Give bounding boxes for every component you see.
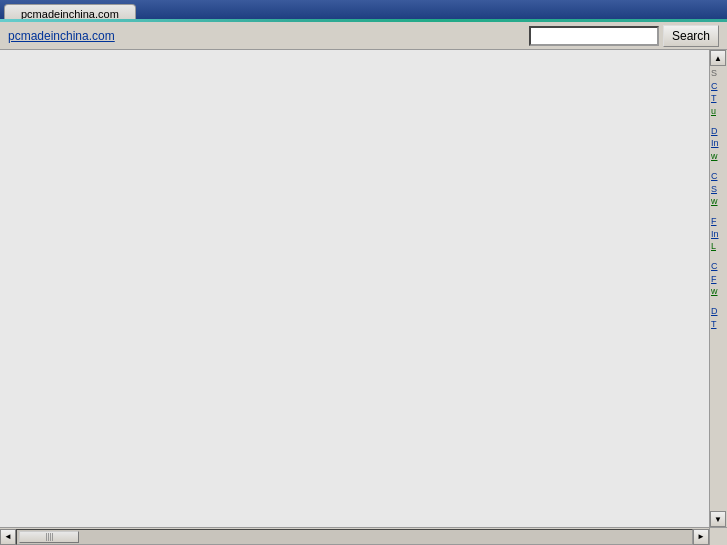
scrollbar-thumb[interactable] xyxy=(19,531,79,543)
scroll-left-button[interactable]: ◄ xyxy=(0,529,16,545)
site-url-label[interactable]: pcmadeinchina.com xyxy=(8,29,115,43)
tab-stripe xyxy=(0,19,727,22)
sidebar-link[interactable]: L xyxy=(711,241,726,253)
sidebar-link[interactable]: w xyxy=(711,286,726,298)
sidebar-section-2: D In w xyxy=(711,126,726,163)
scroll-up-button[interactable]: ▲ xyxy=(710,50,726,66)
sidebar-link[interactable]: F xyxy=(711,274,726,286)
sidebar-link[interactable]: u xyxy=(711,106,726,118)
thumb-grip xyxy=(46,533,53,541)
sidebar-link[interactable]: w xyxy=(711,151,726,163)
sidebar-section-3: C S w xyxy=(711,171,726,208)
bottom-scrollbar-area: ◄ ► xyxy=(0,527,727,545)
search-input[interactable] xyxy=(529,26,659,46)
sidebar-link[interactable]: T xyxy=(711,319,726,331)
sidebar-link[interactable]: C xyxy=(711,81,726,93)
sidebar-section-6: D T xyxy=(711,306,726,330)
sidebar-link[interactable]: F xyxy=(711,216,726,228)
sidebar-section-1: S C T u xyxy=(711,68,726,118)
sidebar-link[interactable]: S xyxy=(711,68,726,80)
corner-piece xyxy=(709,527,727,545)
sidebar-link[interactable]: w xyxy=(711,196,726,208)
sidebar-link[interactable]: S xyxy=(711,184,726,196)
scrollbar-track[interactable] xyxy=(16,529,693,545)
sidebar-link[interactable]: In xyxy=(711,138,726,150)
scroll-right-button[interactable]: ► xyxy=(693,529,709,545)
search-button[interactable]: Search xyxy=(663,25,719,47)
toolbar: pcmadeinchina.com Search xyxy=(0,22,727,50)
grip-line xyxy=(48,533,49,541)
sidebar-link[interactable]: C xyxy=(711,261,726,273)
sidebar-link[interactable]: D xyxy=(711,306,726,318)
main-content xyxy=(0,50,709,527)
sidebar-link[interactable]: In xyxy=(711,229,726,241)
sidebar-section-5: C F w xyxy=(711,261,726,298)
sidebar-link[interactable]: T xyxy=(711,93,726,105)
right-sidebar: ▲ S C T u D In w C S w F xyxy=(709,50,727,527)
sidebar-link[interactable]: D xyxy=(711,126,726,138)
scroll-down-button[interactable]: ▼ xyxy=(710,511,726,527)
browser-tab-bar: pcmadeinchina.com xyxy=(0,0,727,22)
grip-line xyxy=(50,533,51,541)
horizontal-scrollbar: ◄ ► xyxy=(0,527,709,545)
grip-line xyxy=(52,533,53,541)
grip-line xyxy=(46,533,47,541)
content-wrapper: ▲ S C T u D In w C S w F xyxy=(0,50,727,527)
sidebar-link[interactable]: C xyxy=(711,171,726,183)
sidebar-links: S C T u D In w C S w F In L xyxy=(710,66,727,511)
tab-label: pcmadeinchina.com xyxy=(21,8,119,20)
sidebar-section-4: F In L xyxy=(711,216,726,253)
